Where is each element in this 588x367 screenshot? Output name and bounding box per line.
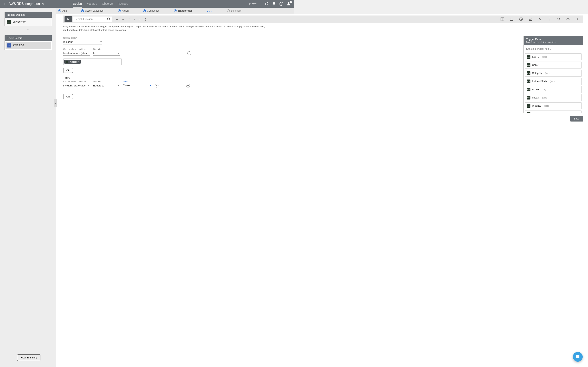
step-label: Transformer: [178, 9, 192, 12]
select-value: Is: [93, 52, 95, 55]
step-action[interactable]: Action: [118, 9, 129, 12]
chevron-down-icon: ▼: [88, 84, 90, 87]
step-label: Connection: [147, 9, 159, 12]
op-divide[interactable]: /: [134, 17, 135, 21]
add-condition-button[interactable]: +: [186, 84, 190, 87]
bell-icon[interactable]: [272, 2, 276, 6]
condition-field-select-2[interactable]: incident_state (abc)▼: [63, 83, 90, 88]
category-chip[interactable]: |Category: [64, 60, 81, 64]
chip-label: Category: [70, 60, 79, 63]
select-value: Equals to: [93, 84, 104, 87]
step-action-execution[interactable]: Action Execution: [81, 9, 103, 12]
flow-connector-icon: ︾: [4, 29, 52, 32]
op-paren-close[interactable]: ): [145, 17, 146, 21]
function-search-input[interactable]: [73, 17, 112, 22]
choose-table-select[interactable]: Incident▼: [63, 40, 102, 44]
search-icon[interactable]: [107, 17, 111, 21]
table-label: Choose Table *: [63, 37, 102, 39]
card-header: Incident Updated: [5, 12, 52, 18]
op-label: Operation: [93, 81, 120, 83]
op-label: Operation: [93, 48, 120, 50]
nav-manage[interactable]: Manage: [87, 0, 97, 8]
select-value: incident_state (abc): [63, 84, 86, 87]
help-icon[interactable]: ?: [279, 2, 283, 6]
chevron-down-icon: ▼: [118, 84, 120, 87]
cond-label: Choose where conditions: [63, 48, 90, 50]
remove-condition-button-2[interactable]: −: [155, 84, 158, 87]
sidebar: Incident Updated now ServiceNow ︾ Delete…: [0, 8, 56, 184]
status-badge: Draft: [249, 2, 256, 6]
top-icons: ?: [265, 2, 291, 6]
function-bar: fx + − * / ( ): [63, 16, 294, 23]
condition-field-select[interactable]: Incident name (abc)▼: [63, 51, 90, 56]
top-nav: Design Manage Observe Recipes: [73, 0, 128, 8]
servicenow-icon: now: [7, 20, 11, 24]
value-select[interactable]: Closed▼: [123, 83, 151, 88]
card-menu-icon[interactable]: ⋮: [46, 37, 50, 39]
page-title: AWS RDS integration: [9, 2, 40, 6]
condition-row-1: Choose where conditions Incident name (a…: [63, 48, 294, 56]
card-title: Incident Updated: [7, 13, 25, 16]
card-incident-updated[interactable]: Incident Updated now ServiceNow: [4, 12, 52, 26]
or-button-2[interactable]: OR: [63, 94, 73, 99]
or-button-1[interactable]: OR: [63, 68, 73, 73]
open-external-icon[interactable]: [265, 2, 269, 6]
edit-title-icon[interactable]: ✎: [42, 2, 44, 6]
card-delete-record[interactable]: Delete Record ⋮ ⛁ AWS RDS: [4, 35, 52, 50]
nav-observe[interactable]: Observe: [102, 0, 113, 8]
step-app[interactable]: App: [58, 9, 67, 12]
svg-line-4: [109, 20, 110, 21]
op-paren-open[interactable]: (: [140, 17, 141, 21]
warning-badge-icon: [290, 0, 292, 3]
condition-row-2: Choose where conditions incident_state (…: [63, 81, 294, 88]
step-progress-dots: [207, 9, 213, 12]
aws-rds-icon: ⛁: [7, 43, 11, 48]
step-label: Summary: [231, 9, 241, 12]
content: fx + − * / ( ) Drag: [56, 14, 294, 184]
select-value: Incident: [63, 40, 73, 43]
select-value: Closed: [123, 84, 131, 87]
card-row-label: ServiceNow: [12, 20, 26, 23]
back-arrow-icon[interactable]: ←: [3, 2, 7, 6]
card-row-label: AWS RDS: [13, 44, 24, 47]
top-bar: ← AWS RDS integration ✎ Design Manage Ob…: [0, 0, 294, 8]
operation-select[interactable]: Is▼: [93, 51, 120, 56]
operation-select-2[interactable]: Equals to▼: [93, 83, 120, 88]
main: ‹ fx + − * / ( ): [56, 14, 294, 184]
step-label: Action Execution: [85, 9, 103, 12]
value-label: Value: [123, 81, 151, 83]
card-header: Delete Record ⋮: [5, 35, 52, 41]
remove-condition-button[interactable]: −: [187, 51, 191, 55]
value-chip-input[interactable]: |Category: [63, 58, 122, 65]
card-row-aws-rds[interactable]: ⛁ AWS RDS: [6, 42, 51, 49]
step-connection[interactable]: Connection: [143, 9, 159, 12]
nav-design[interactable]: Design: [73, 0, 82, 8]
fx-icon[interactable]: fx: [65, 16, 72, 22]
help-text: Drag & drop or click fields from the Tri…: [63, 25, 268, 32]
step-label: Action: [122, 9, 129, 12]
step-transformer[interactable]: Transformer: [174, 9, 192, 12]
step-label: App: [62, 9, 67, 12]
servicenow-icon: [66, 60, 68, 63]
select-value: Incident name (abc): [63, 52, 87, 55]
transformer-form: Choose Table * Incident▼ Choose where co…: [63, 37, 294, 99]
chevron-down-icon: ▼: [88, 52, 90, 54]
op-minus[interactable]: −: [122, 17, 124, 21]
svg-point-3: [107, 18, 110, 20]
cond-label: Choose where conditions: [63, 81, 90, 83]
svg-text:?: ?: [281, 3, 282, 5]
and-label: AND: [65, 77, 294, 80]
step-bar: App Action Execution Action Connection T…: [56, 8, 294, 14]
step-summary[interactable]: Summary: [227, 9, 241, 12]
op-plus[interactable]: +: [116, 17, 118, 21]
chevron-down-icon: ▼: [118, 52, 120, 54]
card-title: Delete Record: [7, 37, 22, 40]
user-avatar[interactable]: [287, 2, 291, 6]
nav-recipes[interactable]: Recipes: [118, 0, 128, 8]
chevron-down-icon: ▼: [149, 84, 151, 86]
chevron-down-icon: ▼: [100, 41, 102, 43]
card-row-servicenow[interactable]: now ServiceNow: [5, 18, 52, 26]
op-multiply[interactable]: *: [129, 17, 130, 21]
fx-operators: + − * / ( ): [116, 17, 146, 21]
svg-point-2: [288, 2, 290, 4]
